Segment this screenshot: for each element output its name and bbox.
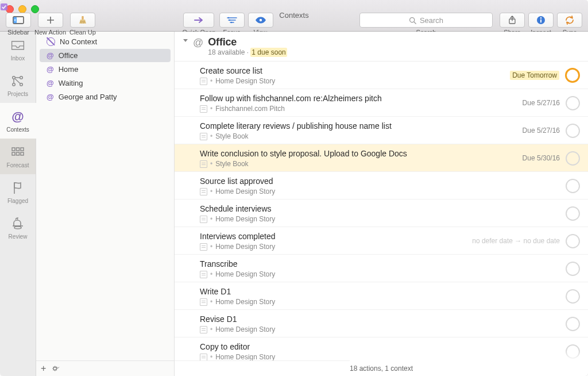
action-row[interactable]: Schedule interviews•Home Design Story [175, 199, 588, 227]
action-row[interactable]: Interviews completed•Home Design Storyno… [175, 227, 588, 255]
project-icon [200, 188, 207, 195]
status-circle[interactable] [566, 151, 580, 166]
status-circle[interactable] [566, 317, 580, 331]
review-icon [10, 216, 25, 231]
search-input[interactable]: Search [359, 13, 493, 28]
rail-flagged[interactable]: Flagged [0, 174, 36, 210]
contexts-icon: @ [10, 109, 25, 124]
new-action-button[interactable]: New Action [34, 13, 66, 36]
app-window: Contexts SidebarNew ActionClean Up Quick… [0, 0, 588, 376]
rail-projects[interactable]: Projects [0, 67, 36, 103]
action-title: Source list approved [200, 176, 560, 186]
focus-icon [219, 13, 245, 28]
add-button[interactable]: + [41, 365, 46, 373]
context-list-pane: No Context@Office@Home@Waiting@George an… [36, 32, 175, 376]
project-icon [200, 298, 207, 306]
action-list: Create source list•Home Design StoryDue … [175, 62, 588, 360]
action-row[interactable]: Revise D1•Home Design Story [175, 310, 588, 337]
titlebar: Contexts SidebarNew ActionClean Up Quick… [0, 0, 588, 32]
context-list-footer: + [36, 360, 174, 376]
sync-icon [557, 13, 582, 28]
sidebar-button[interactable]: Sidebar [6, 13, 31, 36]
clean-up-icon [70, 13, 95, 28]
action-row[interactable]: Write D1•Home Design Story [175, 282, 588, 310]
svg-point-17 [230, 22, 232, 24]
status-circle[interactable] [566, 234, 580, 248]
action-row[interactable]: Transcribe•Home Design Story [175, 255, 588, 282]
rail-review[interactable]: Review [0, 210, 36, 245]
rail-contexts[interactable]: @Contexts [0, 103, 36, 139]
action-title: Transcribe [200, 259, 560, 269]
context-item-label: Home [59, 65, 79, 74]
svg-line-49 [53, 370, 54, 370]
inspect-icon [528, 13, 554, 28]
status-bar: 18 actions, 1 context [175, 360, 588, 376]
perspective-rail: InboxProjects@ContextsForecastFlaggedRev… [0, 32, 36, 376]
context-item[interactable]: @Home [40, 63, 171, 76]
status-circle[interactable] [566, 289, 580, 304]
status-circle[interactable] [566, 262, 580, 276]
context-item[interactable]: @Waiting [40, 76, 171, 90]
new-action-icon [38, 13, 63, 28]
clean-up-button[interactable]: Clean Up [69, 13, 96, 36]
svg-rect-35 [17, 148, 20, 151]
main-pane: @ Office 18 available · 1 due soon Creat… [175, 32, 588, 376]
action-row[interactable]: Source list approved•Home Design Story [175, 172, 588, 199]
flagged-icon [11, 181, 24, 195]
projects-label: Projects [7, 91, 28, 97]
project-icon [200, 105, 207, 113]
due-label: Due Tomorrow [510, 71, 559, 80]
svg-point-24 [540, 17, 541, 18]
at-icon: @ [47, 93, 54, 101]
action-project: •Home Design Story [200, 243, 466, 251]
svg-line-32 [15, 79, 20, 83]
due-label: Due 5/27/16 [523, 99, 560, 107]
context-item[interactable]: @George and Patty [40, 90, 171, 103]
contexts-label: Contexts [6, 126, 29, 133]
sidebar-icon [6, 13, 31, 28]
action-title: Write D1 [200, 286, 560, 297]
action-project: •Style Book [200, 132, 517, 140]
context-item[interactable]: @Office [40, 49, 171, 62]
gear-menu-button[interactable] [52, 365, 62, 373]
action-row[interactable]: Write conclusion to style proposal. Uplo… [175, 144, 588, 172]
action-title: Create source list [200, 66, 504, 76]
action-project: •Home Design Story [200, 77, 504, 85]
status-circle[interactable] [565, 68, 580, 83]
svg-point-27 [20, 76, 23, 79]
status-circle[interactable] [566, 206, 580, 221]
at-icon: @ [47, 51, 54, 60]
app-icon [0, 3, 8, 11]
action-row[interactable]: Complete literary reviews / publishing h… [175, 117, 588, 144]
clean-up-label: Clean Up [69, 29, 96, 36]
svg-point-28 [20, 83, 23, 86]
projects-icon [10, 74, 25, 89]
disclosure-triangle-icon[interactable] [183, 38, 188, 44]
svg-point-42 [53, 367, 56, 370]
status-circle[interactable] [566, 179, 580, 193]
forecast-label: Forecast [7, 162, 29, 168]
action-row[interactable]: Create source list•Home Design StoryDue … [175, 62, 588, 89]
status-circle[interactable] [566, 96, 580, 110]
review-label: Review [9, 233, 28, 240]
svg-line-50 [56, 367, 57, 367]
rail-forecast[interactable]: Forecast [0, 139, 36, 174]
context-title: Office [208, 36, 287, 48]
status-circle[interactable] [566, 344, 580, 359]
svg-rect-38 [17, 152, 20, 155]
action-project: •Home Design Story [200, 215, 560, 223]
search-icon [409, 17, 416, 24]
no-context-icon [47, 37, 55, 46]
action-row[interactable]: Copy to editor•Home Design Story [175, 337, 588, 360]
action-project: •Home Design Story [200, 353, 560, 360]
action-project: •Home Design Story [200, 270, 560, 278]
status-circle[interactable] [566, 124, 580, 138]
view-icon [248, 13, 273, 28]
share-icon [500, 13, 525, 28]
project-icon [200, 160, 207, 168]
action-project: •Home Design Story [200, 325, 560, 333]
action-row[interactable]: Follow up with fishchannel.com re:Alzhei… [175, 89, 588, 117]
action-title: Follow up with fishchannel.com re:Alzhei… [200, 93, 517, 103]
svg-rect-37 [12, 152, 15, 155]
body: InboxProjects@ContextsForecastFlaggedRev… [0, 32, 588, 376]
